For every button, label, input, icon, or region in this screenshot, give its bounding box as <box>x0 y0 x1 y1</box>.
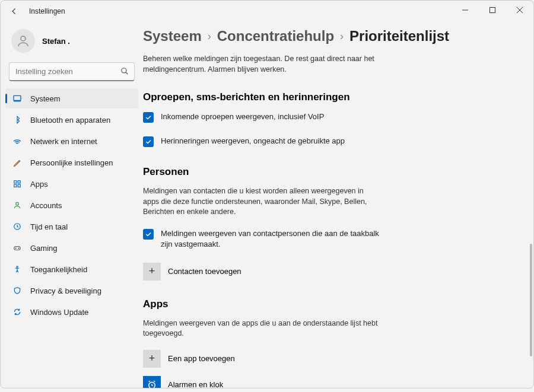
section-people-desc: Meldingen van contacten die u kiest word… <box>143 186 380 218</box>
checkbox-label: Inkomende oproepen weergeven, inclusief … <box>161 111 324 122</box>
sidebar-item-systeem[interactable]: Systeem <box>5 88 138 109</box>
checkbox-incoming-calls[interactable] <box>143 112 154 123</box>
svg-rect-11 <box>14 184 17 187</box>
user-profile[interactable]: Stefan . <box>5 24 138 62</box>
breadcrumb-systeem[interactable]: Systeem <box>143 28 202 44</box>
accounts-icon <box>12 200 22 210</box>
sidebar-item-update[interactable]: Windows Update <box>5 302 138 322</box>
gaming-icon <box>12 243 22 253</box>
app-label: Alarmen en klok <box>168 380 223 388</box>
sidebar-item-label: Privacy & beveiliging <box>30 286 101 295</box>
sidebar-item-label: Netwerk en internet <box>30 137 97 146</box>
svg-rect-10 <box>18 181 20 183</box>
sidebar-item-toegankelijkheid[interactable]: Toegankelijkheid <box>5 259 138 279</box>
system-icon <box>12 94 22 103</box>
chevron-right-icon: › <box>208 30 211 43</box>
titlebar: Instellingen <box>1 1 533 22</box>
chevron-right-icon: › <box>340 30 344 43</box>
checkbox-label: Meldingen weergeven van contactpersonen … <box>161 228 392 250</box>
search-box <box>9 62 135 81</box>
settings-window: Instellingen Stefan . <box>0 0 534 388</box>
sidebar-item-tijd[interactable]: Tijd en taal <box>5 216 138 237</box>
add-contacts-button[interactable]: + <box>143 263 161 281</box>
add-app-button[interactable]: + <box>143 350 161 368</box>
sidebar-item-label: Apps <box>30 180 48 189</box>
bluetooth-icon <box>12 115 22 125</box>
breadcrumb: Systeem › Concentratiehulp › Prioriteite… <box>143 28 516 44</box>
svg-rect-15 <box>14 247 21 250</box>
svg-rect-1 <box>490 8 495 13</box>
sidebar-item-privacy[interactable]: Privacy & beveiliging <box>5 281 138 301</box>
privacy-icon <box>12 286 22 295</box>
maximize-button[interactable] <box>479 1 506 20</box>
time-icon <box>12 222 22 231</box>
sidebar-item-label: Persoonlijke instellingen <box>30 158 113 167</box>
sidebar-item-label: Toegankelijkheid <box>30 265 87 274</box>
checkbox-reminders[interactable] <box>143 136 154 147</box>
breadcrumb-concentratiehulp[interactable]: Concentratiehulp <box>217 28 334 44</box>
sidebar-item-label: Bluetooth en apparaten <box>30 116 110 125</box>
sidebar-item-label: Gaming <box>30 244 58 253</box>
page-description: Beheren welke meldingen zijn toegestaan.… <box>143 54 380 75</box>
sidebar-item-persoonlijk[interactable]: Persoonlijke instellingen <box>5 152 138 173</box>
alarms-clock-icon <box>143 376 161 388</box>
sidebar-item-accounts[interactable]: Accounts <box>5 195 138 215</box>
nav: Systeem Bluetooth en apparaten Netwerk e… <box>5 88 138 322</box>
svg-rect-12 <box>18 184 20 187</box>
search-input[interactable] <box>9 62 135 81</box>
section-apps-desc: Meldingen weergeven van de apps die u aa… <box>143 318 380 339</box>
minimize-button[interactable] <box>452 1 479 20</box>
content: Systeem › Concentratiehulp › Prioriteite… <box>143 22 533 388</box>
back-button[interactable] <box>5 2 23 20</box>
section-people-title: Personen <box>143 166 516 178</box>
sidebar-item-label: Windows Update <box>30 308 88 317</box>
add-app-label: Een app toevoegen <box>168 354 235 363</box>
accessibility-icon <box>12 264 22 274</box>
network-icon <box>12 136 22 146</box>
sidebar-item-apps[interactable]: Apps <box>5 174 138 194</box>
app-list-item[interactable]: Alarmen en klok <box>143 376 516 388</box>
svg-rect-9 <box>14 181 17 183</box>
window-controls <box>452 1 533 20</box>
sidebar-item-netwerk[interactable]: Netwerk en internet <box>5 131 138 151</box>
section-apps-title: Apps <box>143 298 516 310</box>
window-title: Instellingen <box>29 7 65 15</box>
avatar <box>11 29 35 53</box>
breadcrumb-current: Prioriteitenlijst <box>349 28 449 44</box>
sidebar-item-gaming[interactable]: Gaming <box>5 238 138 258</box>
personalization-icon <box>12 158 22 167</box>
apps-icon <box>12 179 22 189</box>
sidebar-item-bluetooth[interactable]: Bluetooth en apparaten <box>5 110 138 130</box>
checkbox-label: Herinneringen weergeven, ongeacht de geb… <box>161 136 345 146</box>
svg-point-16 <box>18 248 19 248</box>
svg-point-17 <box>17 266 18 267</box>
scrollbar-thumb[interactable] <box>530 244 532 356</box>
user-name: Stefan . <box>42 37 70 46</box>
svg-point-4 <box>21 36 26 41</box>
sidebar-item-label: Systeem <box>30 94 61 103</box>
section-calls-title: Oproepen, sms-berichten en herinneringen <box>143 91 516 103</box>
sidebar-item-label: Accounts <box>30 201 62 210</box>
close-button[interactable] <box>506 1 533 20</box>
add-contacts-label: Contacten toevoegen <box>168 267 241 276</box>
update-icon <box>12 307 22 317</box>
svg-rect-7 <box>14 95 21 100</box>
svg-point-13 <box>16 202 19 205</box>
sidebar-item-label: Tijd en taal <box>30 222 68 231</box>
sidebar: Stefan . Systeem Bluetooth en apparaten … <box>1 22 143 388</box>
checkbox-pinned-contacts[interactable] <box>143 229 154 240</box>
